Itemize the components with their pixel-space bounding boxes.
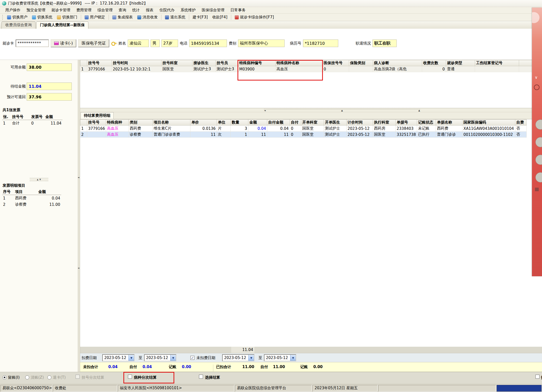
- column-header[interactable]: 特殊病种名称: [276, 60, 323, 66]
- keep-account-radio[interactable]: [3, 375, 7, 379]
- column-header[interactable]: 国家医保编码: [462, 120, 515, 126]
- column-header[interactable]: 就诊类型: [446, 60, 475, 66]
- splitter-handle[interactable]: ◄▲▲: [264, 109, 420, 111]
- menu-item-1[interactable]: 用户操作: [3, 7, 23, 13]
- column-header[interactable]: 挂号员: [216, 60, 238, 66]
- column-header[interactable]: 开单科室: [301, 120, 324, 126]
- column-header[interactable]: 保险类别: [349, 60, 373, 66]
- table-row[interactable]: 13779166高血压西药费维生素C片0.0136片30.040.040国医堂测…: [80, 126, 527, 132]
- column-header[interactable]: 特殊病种编号: [238, 60, 276, 66]
- column-header[interactable]: 开单医生: [324, 120, 347, 126]
- menu-item-3[interactable]: 就诊卡管理: [49, 7, 73, 13]
- menu-item-9[interactable]: 住院代办: [157, 7, 177, 13]
- return-card-radio[interactable]: [47, 375, 51, 379]
- dropdown-arrow-icon[interactable]: ▼: [170, 355, 176, 361]
- toolbar-button-integrated-reports[interactable]: 集成报表: [110, 14, 135, 20]
- menu-item-8[interactable]: 报表: [143, 7, 156, 13]
- card-input[interactable]: [16, 40, 49, 47]
- clear-account-radio[interactable]: [25, 375, 29, 379]
- column-header[interactable]: 张.: [2, 114, 11, 120]
- chevron-down-icon[interactable]: ∨: [535, 75, 538, 80]
- column-header[interactable]: 收费次数: [422, 60, 446, 66]
- column-header[interactable]: 挂号时间: [112, 60, 161, 66]
- column-header[interactable]: [80, 120, 87, 126]
- promo-circle-icon[interactable]: [535, 120, 542, 130]
- column-header[interactable]: 记账状态: [417, 120, 436, 126]
- column-header[interactable]: 序号: [2, 189, 14, 195]
- select-settlement-checkbox[interactable]: [199, 375, 203, 379]
- promo-circle-icon[interactable]: [535, 172, 542, 182]
- toolbar-button-switch-user[interactable]: 切换用户: [5, 14, 29, 20]
- table-row[interactable]: 2诊察费11.00: [2, 201, 61, 208]
- column-header[interactable]: 挂号号: [87, 60, 112, 66]
- column-header[interactable]: 单据名称: [436, 120, 462, 126]
- debit-date-to-combo[interactable]: 2023-05-12▼: [144, 354, 176, 361]
- column-header[interactable]: 自付: [290, 120, 301, 126]
- vertical-splitter[interactable]: ◄ ◄: [78, 60, 80, 372]
- toolbar-button-collect-payment[interactable]: 收款[F4]: [210, 14, 229, 20]
- undebited-date-checkbox[interactable]: [190, 356, 194, 360]
- dropdown-arrow-icon[interactable]: ▼: [128, 355, 134, 361]
- undebited-date-from-combo[interactable]: 2023-05-12▼: [222, 354, 254, 361]
- table-row[interactable]: 1西药费0.04: [2, 195, 61, 202]
- column-header[interactable]: 项目: [14, 189, 37, 195]
- toolbar-button-exit-system[interactable]: 退出系统: [163, 14, 187, 20]
- menu-item-5[interactable]: 综合管理: [95, 7, 115, 13]
- menu-item-10[interactable]: 系统维护: [178, 7, 198, 13]
- column-header[interactable]: 单价: [190, 120, 217, 126]
- column-header[interactable]: 发票号: [30, 114, 44, 120]
- print-checkbox[interactable]: [535, 375, 539, 379]
- menu-item-7[interactable]: 统计: [129, 7, 143, 13]
- column-header[interactable]: 金额: [248, 120, 267, 126]
- column-header[interactable]: 计价时间: [347, 120, 373, 126]
- registration-installment-checkbox[interactable]: [76, 375, 80, 379]
- menu-item-12[interactable]: 日常事务: [228, 7, 248, 13]
- insurance-ecert-button[interactable]: 医保电子凭证: [78, 39, 109, 47]
- collapse-left-icon[interactable]: ◄: [78, 267, 79, 269]
- disease-installment-checkbox[interactable]: [128, 375, 132, 379]
- column-header[interactable]: 接诊医生: [192, 60, 216, 66]
- debit-date-from-combo[interactable]: 2023-05-12▼: [102, 354, 134, 361]
- column-header[interactable]: 项目名称: [153, 120, 190, 126]
- toolbar-grip[interactable]: [2, 15, 3, 20]
- toolbar-button-messages[interactable]: 消息收发: [135, 14, 160, 20]
- hamburger-menu-icon[interactable]: [535, 187, 539, 192]
- column-header[interactable]: 类别: [129, 120, 153, 126]
- menu-item-6[interactable]: 查询: [116, 7, 129, 13]
- menu-item-4[interactable]: 费用管理: [74, 7, 94, 13]
- toolbar-button-user-lock[interactable]: 用户锁定: [83, 14, 107, 20]
- column-header[interactable]: 单据号: [396, 120, 417, 126]
- toolbar-button-switch-system[interactable]: 切换系统: [30, 14, 54, 20]
- dropdown-arrow-icon[interactable]: ▼: [290, 355, 296, 361]
- column-header[interactable]: 特殊病种: [106, 120, 129, 126]
- column-header[interactable]: 金额: [37, 189, 61, 195]
- column-header[interactable]: 挂号号: [87, 120, 106, 126]
- column-header[interactable]: 病人诊断: [373, 60, 422, 66]
- column-header[interactable]: 挂号科室: [161, 60, 192, 66]
- column-header[interactable]: 工伤结算登记号: [475, 60, 519, 66]
- table-row[interactable]: 1合计011.04: [2, 120, 62, 127]
- menu-item-2[interactable]: 预交金管理: [24, 7, 48, 13]
- toolbar-button-switch-department[interactable]: 切换部门: [55, 14, 79, 20]
- column-header[interactable]: 单位: [217, 120, 231, 126]
- tab-cashier-summary-query[interactable]: 收费员综合查询: [2, 21, 36, 29]
- left-horizontal-splitter[interactable]: ▲▼: [30, 178, 48, 181]
- horizontal-splitter[interactable]: ◄▲▲: [80, 108, 542, 112]
- dropdown-arrow-icon[interactable]: ▼: [248, 355, 254, 361]
- column-header[interactable]: 挂号号: [11, 114, 30, 120]
- table-row[interactable]: 2高血压诊察费普通门诊诊查费11次111110国医堂测试护士2023-05-12…: [80, 132, 527, 138]
- toolbar-button-create-card[interactable]: 建卡[F3]: [191, 14, 210, 20]
- collapse-left-icon[interactable]: ◄: [78, 176, 79, 179]
- table-row[interactable]: 137791662023-05-12 10:32:1国医堂测试护士3测试护士3M…: [80, 66, 537, 72]
- column-header[interactable]: 医保挂号号: [323, 60, 349, 66]
- tab-pending-fee-detail[interactable]: 待结算费用明细: [81, 112, 114, 119]
- toolbar-button-card-comprehensive-ops[interactable]: 就诊卡综合操作[F7]: [233, 14, 276, 20]
- promo-circle-icon[interactable]: [535, 137, 542, 147]
- column-header[interactable]: 执行科室: [373, 120, 396, 126]
- column-header[interactable]: 数量: [231, 120, 248, 126]
- menu-item-11[interactable]: 医保综合管理: [199, 7, 227, 13]
- column-header[interactable]: 自付金额: [267, 120, 290, 126]
- column-header[interactable]: 自费: [515, 120, 527, 126]
- read-card-button[interactable]: 读卡(-): [51, 39, 76, 47]
- tab-outpatient-fee-settlement[interactable]: 门诊病人费用结算--新医保: [36, 21, 88, 29]
